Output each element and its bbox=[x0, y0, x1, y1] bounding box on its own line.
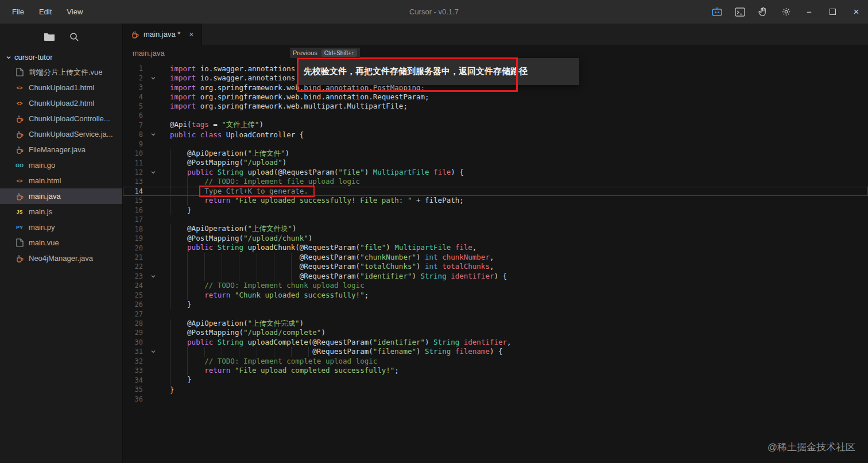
titlebar: FileEditView Cursor - v0.1.7 −× bbox=[0, 0, 868, 24]
settings-icon[interactable] bbox=[774, 0, 797, 24]
code-line[interactable]: 35} bbox=[123, 385, 868, 394]
chevron-down-icon bbox=[6, 55, 11, 60]
tree-item[interactable]: main.vue bbox=[0, 235, 122, 250]
code-line[interactable]: 22@RequestParam("totalChunks") int total… bbox=[123, 262, 868, 271]
file-name: main.go bbox=[29, 161, 55, 169]
line-number: 21 bbox=[123, 253, 143, 261]
tree-item[interactable]: ChunkUploadService.ja... bbox=[0, 126, 122, 142]
tab-label: main.java * bbox=[144, 30, 180, 38]
code-line[interactable]: 18@ApiOperation("上传文件块") bbox=[123, 224, 868, 233]
line-number: 30 bbox=[123, 338, 143, 346]
code-line[interactable]: 9 bbox=[123, 140, 868, 149]
code-line[interactable]: 33return "File upload completed successf… bbox=[123, 366, 868, 375]
code-text: import io.swagger.annotations. bbox=[170, 64, 300, 73]
code-line[interactable]: 5import org.springframework.web.multipar… bbox=[123, 102, 868, 111]
search-icon[interactable] bbox=[69, 32, 79, 42]
code-line[interactable]: 16} bbox=[123, 206, 868, 215]
code-line[interactable]: 24// TODO: Implement chunk upload logic bbox=[123, 281, 868, 290]
fold-chevron-icon[interactable] bbox=[143, 75, 170, 81]
html-file-icon: <> bbox=[15, 178, 24, 184]
line-number: 28 bbox=[123, 319, 143, 327]
fold-chevron-icon[interactable] bbox=[143, 349, 170, 354]
line-number: 7 bbox=[123, 121, 143, 129]
file-name: ChunkUpload2.html bbox=[29, 99, 94, 107]
code-line[interactable]: 21@RequestParam("chunkNumber") int chunk… bbox=[123, 253, 868, 262]
code-line[interactable]: 19@PostMapping("/upload/chunk") bbox=[123, 234, 868, 243]
tree-item[interactable]: ChunkUploadControlle... bbox=[0, 111, 122, 126]
code-line[interactable]: 31@RequestParam("filename") String filen… bbox=[123, 347, 868, 356]
js-file-icon: JS bbox=[15, 209, 24, 215]
hand-icon[interactable] bbox=[751, 0, 774, 24]
code-lines: 1import io.swagger.annotations.2import i… bbox=[123, 61, 868, 463]
code-line[interactable]: 4import org.springframework.web.bind.ann… bbox=[123, 92, 868, 101]
code-line[interactable]: 28@ApiOperation("上传文件完成") bbox=[123, 319, 868, 328]
folder-icon[interactable] bbox=[44, 32, 55, 41]
explorer-sidebar: cursor-tutor 前端分片上传文件.vue<>ChunkUpload1.… bbox=[0, 24, 123, 463]
code-line[interactable]: 26} bbox=[123, 300, 868, 309]
code-line[interactable]: 6 bbox=[123, 111, 868, 120]
java-file-icon bbox=[15, 192, 24, 200]
fold-chevron-icon[interactable] bbox=[143, 132, 170, 137]
java-file-icon bbox=[15, 146, 24, 154]
titlebar-right: −× bbox=[706, 0, 868, 24]
code-line[interactable]: 30public String uploadComplete(@RequestP… bbox=[123, 338, 868, 347]
tree-item[interactable]: <>ChunkUpload2.html bbox=[0, 95, 122, 111]
menu-view[interactable]: View bbox=[59, 5, 90, 18]
line-number: 12 bbox=[123, 168, 143, 176]
code-line[interactable]: 12public String upload(@RequestParam("fi… bbox=[123, 168, 868, 177]
inline-generate-hint-box[interactable]: Type Ctrl+K to generate. bbox=[199, 186, 315, 197]
code-line[interactable]: 8public class UploadController { bbox=[123, 130, 868, 139]
maximize-button[interactable] bbox=[821, 0, 844, 24]
tab-close-icon[interactable]: × bbox=[189, 30, 193, 38]
app-window: FileEditView Cursor - v0.1.7 −× cursor-t… bbox=[0, 0, 868, 463]
code-text: // TODO: Implement chunk upload logic bbox=[170, 281, 365, 290]
tree-item[interactable]: <>main.html bbox=[0, 173, 122, 188]
tree-item[interactable]: FileManager.java bbox=[0, 142, 122, 157]
tree-item[interactable]: main.java bbox=[0, 188, 122, 204]
fold-chevron-icon[interactable] bbox=[143, 169, 170, 175]
code-line[interactable]: 32// TODO: Implement complete upload log… bbox=[123, 357, 868, 366]
code-text: } bbox=[170, 206, 192, 215]
code-line[interactable]: 29@PostMapping("/upload/complete") bbox=[123, 328, 868, 337]
line-number: 1 bbox=[123, 64, 143, 72]
code-text: return "Chunk uploaded successfully!"; bbox=[170, 291, 369, 300]
code-line[interactable]: 17 bbox=[123, 215, 868, 224]
file-name: main.vue bbox=[29, 238, 59, 247]
code-text: import org.springframework.web.bind.anno… bbox=[170, 92, 429, 101]
menu-file[interactable]: File bbox=[5, 5, 32, 18]
tree-item[interactable]: <>ChunkUpload1.html bbox=[0, 80, 122, 95]
ai-nav-tooltip[interactable]: Previous Ctrl+Shift+↑ bbox=[290, 48, 360, 58]
code-text: @PostMapping("/upload/complete") bbox=[170, 328, 326, 337]
tree-item[interactable]: Neo4jManager.java bbox=[0, 250, 122, 266]
code-line[interactable]: 20public String uploadChunk(@RequestPara… bbox=[123, 243, 868, 252]
java-file-icon bbox=[15, 254, 24, 263]
tree-root-folder[interactable]: cursor-tutor bbox=[0, 50, 122, 64]
code-line[interactable]: 10@ApiOperation("上传文件") bbox=[123, 149, 868, 158]
code-line[interactable]: 14Type Ctrl+K to generate. bbox=[123, 187, 868, 196]
tab-main-java[interactable]: main.java * × bbox=[123, 24, 202, 45]
close-button[interactable]: × bbox=[844, 0, 868, 24]
code-line[interactable]: 15return "File uploaded successfully! Fi… bbox=[123, 196, 868, 205]
tree-item[interactable]: PYmain.py bbox=[0, 219, 122, 235]
code-text: } bbox=[170, 300, 192, 309]
code-text: @PostMapping("/upload") bbox=[170, 158, 286, 167]
java-file-icon bbox=[15, 115, 24, 123]
code-text: @Api(tags = "文件上传") bbox=[170, 120, 264, 130]
code-line[interactable]: 34} bbox=[123, 375, 868, 384]
tree-item[interactable]: 前端分片上传文件.vue bbox=[0, 64, 122, 80]
tree-item[interactable]: GOmain.go bbox=[0, 157, 122, 173]
code-line[interactable]: 25return "Chunk uploaded successfully!"; bbox=[123, 291, 868, 300]
code-line[interactable]: 36 bbox=[123, 394, 868, 403]
code-text: @RequestParam("filename") String filenam… bbox=[170, 347, 503, 356]
code-line[interactable]: 23@RequestParam("identifier") String ide… bbox=[123, 272, 868, 281]
terminal-panel-icon[interactable] bbox=[728, 0, 751, 24]
minimize-button[interactable]: − bbox=[797, 0, 821, 24]
code-line[interactable]: 7@Api(tags = "文件上传") bbox=[123, 121, 868, 130]
fold-chevron-icon[interactable] bbox=[143, 273, 170, 279]
code-line[interactable]: 27 bbox=[123, 309, 868, 318]
tree-item[interactable]: JSmain.js bbox=[0, 204, 122, 219]
menu-edit[interactable]: Edit bbox=[32, 5, 59, 18]
line-number: 17 bbox=[123, 215, 143, 223]
code-line[interactable]: 11@PostMapping("/upload") bbox=[123, 158, 868, 167]
assistant-icon[interactable] bbox=[706, 0, 728, 24]
